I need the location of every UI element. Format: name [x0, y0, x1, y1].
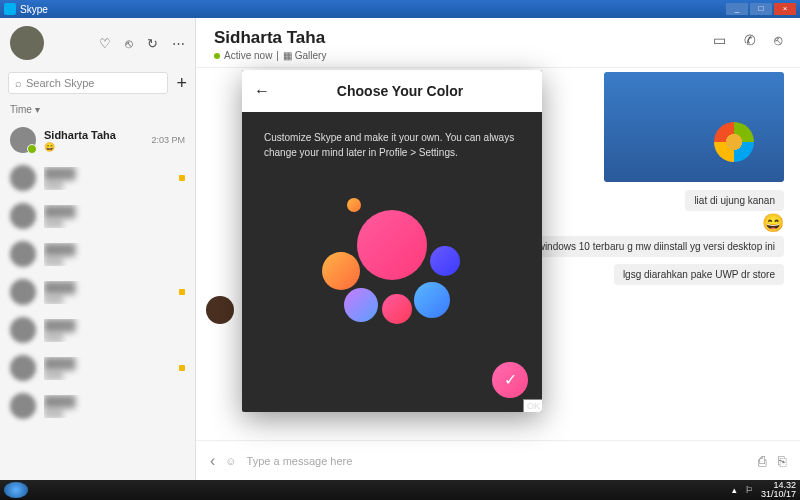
start-button[interactable]	[4, 482, 28, 498]
modal-description: Customize Skype and make it your own. Yo…	[264, 130, 520, 160]
color-picker-modal: ← Choose Your Color Customize Skype and …	[242, 70, 542, 412]
modal-back-button[interactable]: ←	[254, 82, 270, 100]
color-swatch-orange[interactable]	[322, 252, 360, 290]
modal-overlay: ← Choose Your Color Customize Skype and …	[0, 18, 800, 480]
color-swatch-pink-selected[interactable]	[357, 210, 427, 280]
color-swatches	[292, 190, 492, 330]
color-swatch-orange-small[interactable]	[347, 198, 361, 212]
window-titlebar: Skype _ □ ×	[0, 0, 800, 18]
app-container: ♡ ⎋ ↻ ⋯ ⌕ Search Skype + Time ▾ Sidharta…	[0, 18, 800, 480]
tray-up-icon[interactable]: ▴	[732, 485, 737, 495]
modal-title: Choose Your Color	[270, 83, 530, 99]
window-close[interactable]: ×	[774, 3, 796, 15]
color-swatch-rose[interactable]	[382, 294, 412, 324]
taskbar: ▴ ⚐ 14.32 31/10/17	[0, 480, 800, 500]
color-swatch-blue[interactable]	[414, 282, 450, 318]
color-swatch-purple[interactable]	[344, 288, 378, 322]
confirm-button[interactable]: ✓	[492, 362, 528, 398]
ok-tooltip: OK	[523, 399, 542, 413]
tray-flag-icon[interactable]: ⚐	[745, 485, 753, 495]
window-minimize[interactable]: _	[726, 3, 748, 15]
color-swatch-indigo[interactable]	[430, 246, 460, 276]
window-title: Skype	[20, 4, 48, 15]
skype-icon	[4, 3, 16, 15]
taskbar-clock[interactable]: 14.32 31/10/17	[761, 481, 796, 499]
window-maximize[interactable]: □	[750, 3, 772, 15]
